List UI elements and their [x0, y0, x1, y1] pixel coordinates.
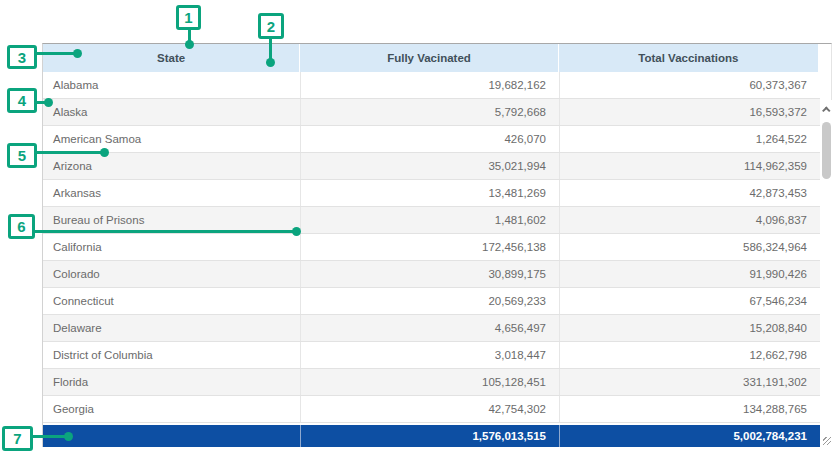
callout-2: 2: [258, 13, 284, 39]
scroll-up-button[interactable]: [820, 102, 833, 118]
callout-5-label: 5: [18, 147, 26, 164]
fully-vaccinated-cell: 426,070: [301, 126, 560, 152]
fully-vaccinated-cell: 42,754,302: [301, 396, 560, 422]
callout-2-label: 2: [267, 18, 275, 35]
total-vaccinations-cell: 91,990,426: [560, 261, 820, 287]
total-vaccinations-cell: 12,662,798: [560, 342, 820, 368]
state-cell: California: [43, 234, 301, 260]
callout-6-dot: [292, 227, 301, 236]
callout-5: 5: [7, 143, 37, 168]
callout-3-dot: [73, 49, 82, 58]
state-cell: Connecticut: [43, 288, 301, 314]
table-row[interactable]: Alabama 19,682,162 60,373,367: [43, 72, 820, 99]
fully-vaccinated-cell: 19,682,162: [301, 72, 560, 98]
callout-4-dot: [44, 98, 53, 107]
callout-7: 7: [2, 426, 33, 451]
state-cell: Colorado: [43, 261, 301, 287]
callout-4: 4: [7, 88, 37, 113]
total-vaccinations-cell: 67,546,234: [560, 288, 820, 314]
resize-grip-icon[interactable]: [823, 437, 831, 445]
callout-3-label: 3: [18, 49, 26, 66]
header-scrollbar-stub: [818, 44, 831, 72]
table-row[interactable]: Connecticut 20,569,233 67,546,234: [43, 288, 820, 315]
callout-1-dot: [185, 40, 194, 49]
table-header-row: State Fully Vacinated Total Vaccinations: [43, 44, 831, 72]
callout-6: 6: [8, 214, 35, 239]
state-cell: Georgia: [43, 396, 301, 422]
callout-3-stem: [36, 52, 78, 55]
table-row[interactable]: District of Columbia 3,018,447 12,662,79…: [43, 342, 820, 369]
vaccinations-table: State Fully Vacinated Total Vaccinations…: [42, 43, 832, 447]
footer-fully-vaccinated-total: 1,576,013,515: [301, 425, 560, 447]
total-vaccinations-cell: 42,873,453: [560, 180, 820, 206]
table-row[interactable]: Florida 105,128,451 331,191,302: [43, 369, 820, 396]
column-header-total-vaccinations[interactable]: Total Vaccinations: [559, 44, 818, 72]
callout-2-dot: [266, 58, 275, 67]
callout-5-dot: [100, 148, 109, 157]
footer-state-cell: [43, 425, 301, 447]
fully-vaccinated-cell: 13,481,269: [301, 180, 560, 206]
state-cell: Florida: [43, 369, 301, 395]
table-row[interactable]: Arizona 35,021,994 114,962,359: [43, 153, 820, 180]
footer-scrollbar-stub: [820, 425, 833, 447]
state-cell: American Samoa: [43, 126, 301, 152]
callout-5-stem: [36, 151, 106, 154]
fully-vaccinated-cell: 105,128,451: [301, 369, 560, 395]
total-vaccinations-cell: 1,264,522: [560, 126, 820, 152]
table-row[interactable]: Arkansas 13,481,269 42,873,453: [43, 180, 820, 207]
callout-3: 3: [7, 45, 37, 69]
state-cell: District of Columbia: [43, 342, 301, 368]
fully-vaccinated-cell: 4,656,497: [301, 315, 560, 341]
fully-vaccinated-cell: 3,018,447: [301, 342, 560, 368]
fully-vaccinated-cell: 5,792,668: [301, 99, 560, 125]
callout-7-label: 7: [13, 430, 21, 447]
state-cell: Alaska: [43, 99, 301, 125]
table-row[interactable]: California 172,456,138 586,324,964: [43, 234, 820, 261]
chevron-up-icon: [822, 106, 830, 114]
table-row[interactable]: Delaware 4,656,497 15,208,840: [43, 315, 820, 342]
fully-vaccinated-cell: 172,456,138: [301, 234, 560, 260]
table-row[interactable]: Georgia 42,754,302 134,288,765: [43, 396, 820, 423]
state-cell: Arkansas: [43, 180, 301, 206]
column-header-state[interactable]: State: [43, 44, 300, 72]
fully-vaccinated-cell: 30,899,175: [301, 261, 560, 287]
total-vaccinations-cell: 16,593,372: [560, 99, 820, 125]
total-vaccinations-cell: 134,288,765: [560, 396, 820, 422]
callout-1-label: 1: [184, 9, 192, 26]
total-vaccinations-cell: 586,324,964: [560, 234, 820, 260]
callout-7-dot: [64, 432, 73, 441]
callout-4-label: 4: [18, 92, 26, 109]
state-cell: Arizona: [43, 153, 301, 179]
dashboard-canvas: State Fully Vacinated Total Vaccinations…: [0, 0, 833, 453]
footer-total-vaccinations-total: 5,002,784,231: [560, 425, 820, 447]
state-cell: Alabama: [43, 72, 301, 98]
column-header-fully-vaccinated[interactable]: Fully Vacinated: [300, 44, 558, 72]
callout-1: 1: [176, 5, 201, 30]
fully-vaccinated-cell: 1,481,602: [301, 207, 560, 233]
table-row[interactable]: Alaska 5,792,668 16,593,372: [43, 99, 820, 126]
state-cell: Delaware: [43, 315, 301, 341]
fully-vaccinated-cell: 35,021,994: [301, 153, 560, 179]
table-row[interactable]: American Samoa 426,070 1,264,522: [43, 126, 820, 153]
total-vaccinations-cell: 15,208,840: [560, 315, 820, 341]
table-row[interactable]: Colorado 30,899,175 91,990,426: [43, 261, 820, 288]
callout-6-stem: [34, 230, 298, 233]
vertical-scrollbar[interactable]: [820, 100, 833, 425]
total-vaccinations-cell: 114,962,359: [560, 153, 820, 179]
fully-vaccinated-cell: 20,569,233: [301, 288, 560, 314]
scrollbar-thumb[interactable]: [822, 122, 831, 179]
total-vaccinations-cell: 331,191,302: [560, 369, 820, 395]
total-vaccinations-cell: 60,373,367: [560, 72, 820, 98]
total-vaccinations-cell: 4,096,837: [560, 207, 820, 233]
callout-6-label: 6: [17, 218, 25, 235]
table-footer-totals: 1,576,013,515 5,002,784,231: [43, 425, 833, 447]
table-body: Alabama 19,682,162 60,373,367 Alaska 5,7…: [43, 72, 833, 425]
